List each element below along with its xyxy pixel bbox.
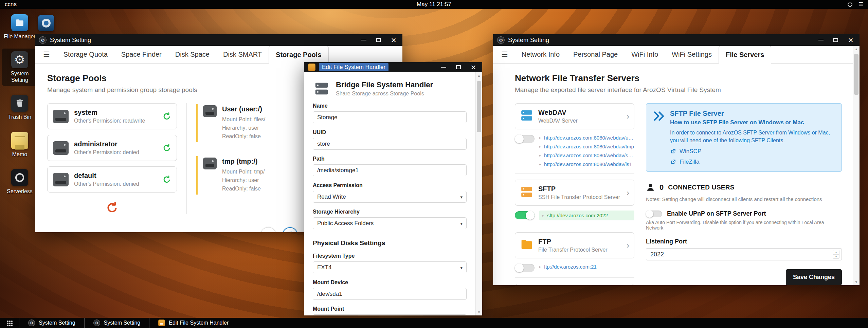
scrollbar-thumb[interactable] (477, 81, 481, 132)
tab-storage-quota[interactable]: Storage Quota (57, 46, 114, 63)
chevron-right-icon[interactable]: › (627, 241, 629, 250)
tab-file-servers[interactable]: File Servers (719, 46, 771, 63)
storage-pool-card-system[interactable]: system Other's Permission: readwrite (47, 103, 177, 129)
window-titlebar[interactable]: ⚙ System Setting × (35, 34, 402, 46)
task-edit-file-system-handler[interactable]: Edit File System Handler (149, 318, 237, 328)
spinner-down-icon[interactable]: ▼ (833, 254, 839, 259)
menu-icon[interactable]: ☰ (43, 50, 50, 59)
mount-readonly: ReadOnly: false (222, 132, 265, 141)
sync-pool-icon[interactable] (162, 144, 171, 152)
minimize-button[interactable] (441, 67, 446, 68)
webdav-url-link[interactable]: http://dev.arozos.com:8080/webdav/user (544, 135, 634, 141)
window-scrollbar[interactable]: ▲ ▼ (475, 72, 482, 315)
tab-network-info[interactable]: Network Info (515, 46, 566, 63)
chevron-right-icon[interactable]: › (627, 112, 629, 121)
maximize-button[interactable] (376, 38, 381, 42)
physical-disks-section-title: Physical Disks Settings (313, 239, 467, 247)
desktop-icon-system-setting[interactable]: ⚙ System Setting (2, 49, 37, 86)
minimize-button[interactable] (818, 40, 824, 40)
server-card-ftp[interactable]: FTP File Transfer Protocol Server › (515, 232, 634, 258)
tab-personal-page[interactable]: Personal Page (566, 46, 625, 63)
ftp-toggle[interactable] (515, 264, 535, 272)
task-label: Edit File System Handler (169, 320, 229, 326)
window-titlebar[interactable]: Edit File System Handler × (304, 62, 482, 72)
window-scrollbar[interactable]: ▲ ▼ (853, 46, 860, 285)
storage-pool-card-administrator[interactable]: administrator Other's Permission: denied (47, 135, 177, 161)
webdav-toggle[interactable] (515, 135, 535, 143)
task-system-setting-1[interactable]: ⚙ System Setting (19, 318, 84, 328)
filezilla-link[interactable]: FileZilla (670, 159, 835, 165)
mount-device-input[interactable] (313, 288, 467, 300)
scroll-up-icon[interactable]: ▲ (855, 47, 858, 51)
listening-port-input[interactable] (646, 248, 842, 260)
listening-port-label: Listening Port (646, 238, 842, 245)
webdav-url-link[interactable]: http://dev.arozos.com:8080/webdav/store (544, 152, 634, 158)
webdav-url-link[interactable]: http://dev.arozos.com:8080/webdav/ls1 (544, 161, 632, 167)
winscp-link[interactable]: WinSCP (670, 148, 835, 155)
desktop-icon-app[interactable] (38, 15, 54, 31)
tab-wifi-settings[interactable]: WiFi Settings (665, 46, 719, 63)
hostname-label: ccns (0, 1, 17, 8)
access-permission-select[interactable]: Read Write ▾ (313, 191, 467, 203)
window-title: System Setting (508, 37, 549, 44)
maximize-button[interactable] (833, 38, 838, 42)
sftp-toggle[interactable] (515, 211, 535, 219)
ftp-url-link[interactable]: ftp://dev.arozos.com:21 (544, 264, 597, 270)
chevron-right-icon[interactable]: › (627, 189, 629, 197)
close-button[interactable]: × (848, 37, 853, 44)
task-system-setting-2[interactable]: ⚙ System Setting (84, 318, 149, 328)
bullet-icon: ▸ (539, 136, 541, 140)
server-card-directory[interactable]: Directory Server Web file viewer for leg… (515, 284, 634, 285)
scrollbar-thumb[interactable] (854, 54, 858, 95)
mount-point-input[interactable] (313, 314, 467, 315)
tab-disk-space[interactable]: Disk Space (168, 46, 216, 63)
maximize-button[interactable] (456, 65, 461, 69)
desktop-icon-file-manager[interactable]: File Manager (2, 12, 37, 42)
sync-pool-icon[interactable] (162, 112, 171, 121)
scroll-down-icon[interactable]: ▼ (477, 310, 481, 314)
storage-hierarchy-select[interactable]: Public Access Folders ▾ (313, 217, 467, 229)
close-button[interactable]: × (391, 37, 396, 44)
tab-disk-smart[interactable]: Disk SMART (216, 46, 269, 63)
desktop-icon-serverless[interactable]: Serverless (2, 166, 37, 197)
scroll-down-icon[interactable]: ▼ (855, 280, 858, 284)
server-card-webdav[interactable]: WebDAV WebDAV Server › (515, 103, 634, 129)
filesystem-type-select[interactable]: EXT4 ▾ (313, 261, 467, 273)
add-handler-button[interactable]: + (260, 227, 276, 232)
reload-pools-icon[interactable] (106, 201, 119, 214)
help-subtitle: How to use SFTP File Server on Windows o… (670, 119, 835, 126)
spinner-up-icon[interactable]: ▲ (833, 250, 839, 254)
number-spinner[interactable]: ▲ ▼ (833, 250, 839, 259)
mount-name: User (user:/) (222, 105, 265, 113)
window-system-setting-network: ⚙ System Setting × ☰ Network Info Person… (493, 34, 860, 285)
topbar-menu-icon[interactable]: ☰ (858, 2, 863, 7)
desktop-icon-label: Trash Bin (8, 114, 31, 120)
storage-pool-card-default[interactable]: default Other's Permission: denied (47, 166, 177, 193)
app-launcher-button[interactable] (0, 318, 19, 328)
uuid-input[interactable] (313, 138, 467, 150)
tab-wifi-info[interactable]: WiFi Info (625, 46, 665, 63)
window-titlebar[interactable]: ⚙ System Setting × (493, 34, 860, 46)
sftp-url-link[interactable]: sftp://dev.arozos.com:2022 (547, 213, 608, 218)
minimize-button[interactable] (361, 40, 366, 40)
mount-hierarchy: Hierarchy: user (222, 124, 265, 132)
scroll-up-icon[interactable]: ▲ (477, 74, 481, 77)
save-changes-button[interactable]: Save Changes (786, 269, 842, 285)
webdav-server-icon (520, 109, 534, 122)
upnp-toggle[interactable] (646, 211, 662, 217)
close-button[interactable]: × (471, 64, 476, 71)
tab-storage-pools[interactable]: Storage Pools (269, 46, 328, 63)
bullet-icon: ▸ (539, 162, 541, 166)
tab-space-finder[interactable]: Space Finder (114, 46, 168, 63)
desktop-icon-trash-bin[interactable]: Trash Bin (2, 92, 37, 123)
path-label: Path (313, 156, 467, 162)
link-handler-button[interactable] (282, 227, 298, 232)
webdav-link-row: ▸http://dev.arozos.com:8080/webdav/tmp (539, 143, 634, 150)
server-card-sftp[interactable]: SFTP SSH File Transfer Protocol Server › (515, 180, 634, 206)
menu-icon[interactable]: ☰ (501, 50, 508, 59)
name-input[interactable] (313, 111, 467, 123)
path-input[interactable] (313, 164, 467, 176)
sync-pool-icon[interactable] (162, 175, 171, 184)
desktop-icon-memo[interactable]: Memo (2, 129, 37, 160)
webdav-url-link[interactable]: http://dev.arozos.com:8080/webdav/tmp (544, 144, 634, 149)
